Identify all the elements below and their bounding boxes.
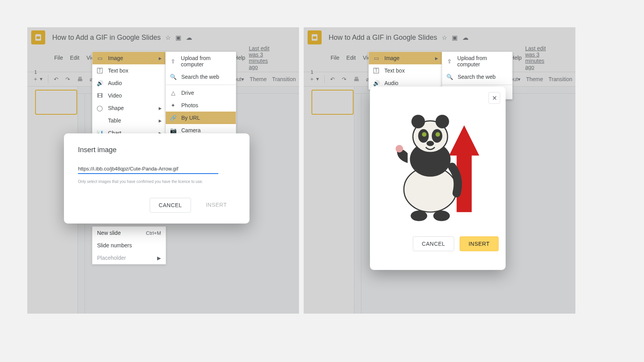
menu-edit[interactable]: Edit	[67, 53, 83, 62]
slide-thumbnail-1[interactable]	[35, 90, 77, 115]
shape-icon: ◯	[96, 105, 103, 111]
chevron-right-icon: ▶	[159, 56, 162, 60]
image-search[interactable]: 🔍Search the web	[442, 71, 512, 83]
textbox-icon: 🅃	[373, 67, 380, 74]
svg-point-12	[435, 132, 440, 137]
menu-edit[interactable]: Edit	[343, 53, 359, 62]
chevron-right-icon: ▶	[159, 119, 162, 123]
theme-button[interactable]: Theme	[249, 76, 267, 82]
chevron-right-icon: ▶	[157, 255, 161, 261]
slides-logo	[308, 30, 322, 44]
audio-icon: 🔊	[96, 80, 103, 86]
svg-point-7	[411, 115, 425, 128]
cancel-button[interactable]: CANCEL	[413, 236, 454, 251]
image-icon: ▭	[373, 55, 380, 61]
svg-point-14	[396, 145, 403, 153]
insert-new-slide[interactable]: New slideCtrl+M	[92, 227, 166, 239]
search-icon: 🔍	[446, 74, 453, 80]
image-submenu: ⇪Upload from computer 🔍Search the web △D…	[165, 51, 236, 137]
camera-icon: 📷	[170, 127, 177, 133]
insert-button[interactable]: INSERT	[460, 236, 499, 251]
undo-button[interactable]: ↶	[328, 75, 337, 84]
close-button[interactable]: ✕	[488, 92, 500, 104]
insert-table[interactable]: Table▶	[92, 114, 166, 127]
panel-step2: How to Add a GIF in Google Slides ☆ ▣ ☁ …	[304, 27, 575, 314]
insert-dropdown: ▭Image▶ 🅃Text box 🔊Audio	[368, 51, 442, 90]
slide-thumbnail-1[interactable]	[311, 90, 354, 115]
star-icon[interactable]: ☆	[165, 34, 171, 41]
svg-point-8	[435, 115, 449, 128]
redo-button[interactable]: ↷	[63, 75, 73, 84]
transition-button[interactable]: Transition	[272, 76, 296, 82]
new-slide-button[interactable]: ＋ ▾	[30, 74, 45, 84]
textbox-icon: 🅃	[96, 67, 103, 74]
url-input[interactable]	[78, 164, 218, 174]
image-by-url[interactable]: 🔗By URL	[166, 112, 236, 124]
insert-textbox[interactable]: 🅃Text box	[92, 64, 166, 77]
image-drive[interactable]: △Drive	[166, 87, 236, 99]
titlebar-icons: ☆ ▣ ☁	[165, 34, 192, 41]
ruler-vertical	[354, 94, 361, 314]
svg-point-11	[422, 132, 426, 137]
insert-audio[interactable]: 🔊Audio	[92, 77, 166, 89]
menu-file[interactable]: File	[51, 53, 67, 62]
titlebar-icons: ☆ ▣ ☁	[442, 34, 469, 41]
document-title[interactable]: How to Add a GIF in Google Slides	[329, 34, 437, 42]
svg-point-15	[410, 211, 427, 221]
slides-logo	[31, 30, 45, 44]
svg-rect-1	[36, 36, 40, 39]
insert-image[interactable]: ▭Image▶	[369, 52, 442, 64]
image-photos[interactable]: ✦Photos	[166, 99, 236, 112]
redo-button[interactable]: ↷	[340, 75, 349, 84]
slide-number: 1	[34, 69, 37, 75]
insert-textbox[interactable]: 🅃Text box	[369, 64, 442, 77]
insert-button[interactable]: INSERT	[197, 198, 235, 213]
upload-icon: ⇪	[170, 58, 176, 64]
last-edit-link[interactable]: Last edit was 3 minutes ago	[525, 45, 552, 70]
dialog-hint: Only select images that you have confirm…	[78, 179, 235, 184]
video-icon: 🎞	[96, 92, 103, 99]
svg-point-16	[433, 211, 450, 221]
insert-slide-numbers[interactable]: Slide numbers	[92, 239, 166, 252]
image-preview-dialog: ✕ CANCEL INSERT	[370, 87, 506, 270]
insert-video[interactable]: 🎞Video	[92, 89, 166, 102]
titlebar: How to Add a GIF in Google Slides ☆ ▣ ☁	[304, 27, 575, 45]
svg-point-13	[426, 141, 434, 146]
image-upload[interactable]: ⇪Upload from computer	[166, 52, 236, 71]
insert-extra: New slideCtrl+M Slide numbers Placeholde…	[92, 226, 166, 264]
svg-rect-3	[313, 36, 316, 39]
chevron-right-icon: ▶	[159, 106, 162, 110]
dialog-title: Insert image	[78, 146, 235, 154]
menu-file[interactable]: File	[327, 53, 343, 62]
image-upload[interactable]: ⇪Upload from computer	[442, 52, 512, 71]
move-icon[interactable]: ▣	[452, 34, 458, 41]
document-title[interactable]: How to Add a GIF in Google Slides	[52, 34, 161, 42]
print-button[interactable]: 🖶	[75, 75, 85, 84]
image-preview	[377, 97, 499, 229]
panda-arrow-image	[381, 101, 494, 225]
star-icon[interactable]: ☆	[442, 34, 447, 41]
cloud-icon[interactable]: ☁	[462, 34, 469, 41]
last-edit-link[interactable]: Last edit was 3 minutes ago	[249, 45, 276, 70]
panel-step1: How to Add a GIF in Google Slides ☆ ▣ ☁ …	[27, 27, 299, 314]
new-slide-button[interactable]: ＋ ▾	[307, 74, 321, 84]
cancel-button[interactable]: CANCEL	[150, 198, 191, 213]
insert-placeholder[interactable]: Placeholder▶	[92, 252, 166, 264]
cloud-icon[interactable]: ☁	[186, 34, 192, 41]
link-icon: 🔗	[170, 115, 177, 121]
print-button[interactable]: 🖶	[351, 75, 361, 84]
slide-number: 1	[311, 69, 313, 75]
slide-panel	[304, 87, 354, 314]
image-search[interactable]: 🔍Search the web	[166, 71, 236, 83]
theme-button[interactable]: Theme	[526, 76, 543, 82]
transition-button[interactable]: Transition	[548, 76, 572, 82]
insert-image-dialog: Insert image Only select images that you…	[64, 133, 249, 224]
insert-shape[interactable]: ◯Shape▶	[92, 102, 166, 114]
move-icon[interactable]: ▣	[175, 34, 181, 41]
chevron-right-icon: ▶	[435, 56, 438, 60]
undo-button[interactable]: ↶	[51, 75, 61, 84]
image-icon: ▭	[96, 55, 103, 61]
audio-icon: 🔊	[373, 80, 380, 86]
insert-image[interactable]: ▭Image▶	[92, 52, 166, 64]
titlebar: How to Add a GIF in Google Slides ☆ ▣ ☁	[27, 27, 299, 45]
